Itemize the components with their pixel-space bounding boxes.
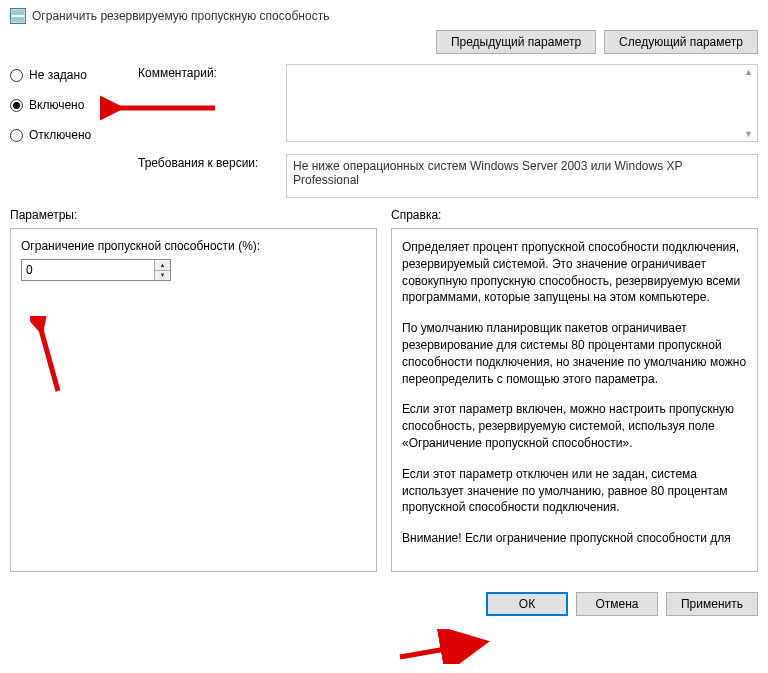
- radio-enabled-input[interactable]: [10, 99, 23, 112]
- radio-disabled[interactable]: Отключено: [10, 128, 138, 142]
- radio-enabled-label: Включено: [29, 98, 84, 112]
- policy-icon: [10, 8, 26, 24]
- help-panel: Определяет процент пропускной способност…: [391, 228, 758, 572]
- help-paragraph: Внимание! Если ограничение пропускной сп…: [402, 530, 747, 547]
- requirements-label: Требования к версии:: [138, 154, 278, 170]
- bandwidth-limit-label: Ограничение пропускной способности (%):: [21, 239, 366, 253]
- radio-not-configured-input[interactable]: [10, 69, 23, 82]
- window-title: Ограничить резервируемую пропускную спос…: [32, 9, 329, 23]
- radio-disabled-input[interactable]: [10, 129, 23, 142]
- help-paragraph: Если этот параметр отключен или не задан…: [402, 466, 747, 516]
- scroll-down-icon: ▼: [744, 129, 753, 139]
- help-paragraph: По умолчанию планировщик пакетов огранич…: [402, 320, 747, 387]
- comment-textarea[interactable]: ▲ ▼: [286, 64, 758, 142]
- help-paragraph: Определяет процент пропускной способност…: [402, 239, 747, 306]
- prev-setting-button[interactable]: Предыдущий параметр: [436, 30, 596, 54]
- requirements-text: Не ниже операционных систем Windows Serv…: [286, 154, 758, 198]
- apply-button[interactable]: Применить: [666, 592, 758, 616]
- spinner-down-button[interactable]: ▼: [155, 271, 170, 281]
- next-setting-button[interactable]: Следующий параметр: [604, 30, 758, 54]
- svg-line-2: [400, 643, 480, 657]
- help-label: Справка:: [391, 208, 758, 222]
- radio-not-configured-label: Не задано: [29, 68, 87, 82]
- options-label: Параметры:: [10, 208, 377, 222]
- spinner-up-button[interactable]: ▲: [155, 260, 170, 271]
- bandwidth-spinner[interactable]: ▲ ▼: [21, 259, 171, 281]
- ok-button[interactable]: ОК: [486, 592, 568, 616]
- options-panel: Ограничение пропускной способности (%): …: [10, 228, 377, 572]
- radio-not-configured[interactable]: Не задано: [10, 68, 138, 82]
- bandwidth-input[interactable]: [22, 260, 154, 280]
- scroll-up-icon: ▲: [744, 67, 753, 77]
- radio-enabled[interactable]: Включено: [10, 98, 138, 112]
- help-paragraph: Если этот параметр включен, можно настро…: [402, 401, 747, 451]
- comment-label: Комментарий:: [138, 64, 278, 80]
- annotation-arrow-icon: [395, 629, 495, 664]
- radio-disabled-label: Отключено: [29, 128, 91, 142]
- cancel-button[interactable]: Отмена: [576, 592, 658, 616]
